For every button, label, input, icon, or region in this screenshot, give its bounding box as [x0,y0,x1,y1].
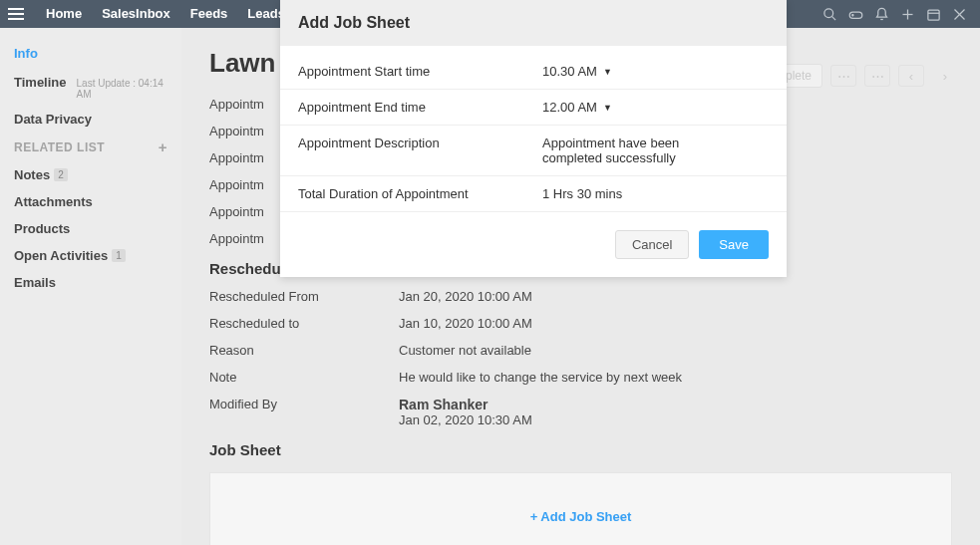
end-time-label: Appointment End time [298,100,542,115]
add-jobsheet-modal: Add Job Sheet Appointment Start time 10.… [280,0,787,277]
end-time-value: 12.00 AM [542,100,597,115]
start-time-label: Appointment Start time [298,64,542,79]
start-time-dropdown[interactable]: 10.30 AM ▼ [542,64,769,79]
modal-body: Appointment Start time 10.30 AM ▼ Appoin… [280,46,787,220]
chevron-down-icon: ▼ [603,67,612,77]
description-value[interactable]: Appointment have been completed successf… [542,136,722,165]
save-button[interactable]: Save [699,230,769,259]
end-time-dropdown[interactable]: 12.00 AM ▼ [542,100,769,115]
end-time-row: Appointment End time 12.00 AM ▼ [280,90,787,126]
modal-overlay: Add Job Sheet Appointment Start time 10.… [0,0,980,545]
modal-footer: Cancel Save [280,220,787,277]
cancel-button[interactable]: Cancel [615,230,689,259]
duration-value: 1 Hrs 30 mins [542,186,769,201]
description-label: Appointment Description [298,136,542,150]
chevron-down-icon: ▼ [603,103,612,113]
start-time-row: Appointment Start time 10.30 AM ▼ [280,54,787,90]
duration-row: Total Duration of Appointment 1 Hrs 30 m… [280,175,787,212]
modal-title: Add Job Sheet [280,0,787,46]
description-row: Appointment Description Appointment have… [280,126,787,175]
duration-label: Total Duration of Appointment [298,186,542,201]
start-time-value: 10.30 AM [542,64,597,79]
